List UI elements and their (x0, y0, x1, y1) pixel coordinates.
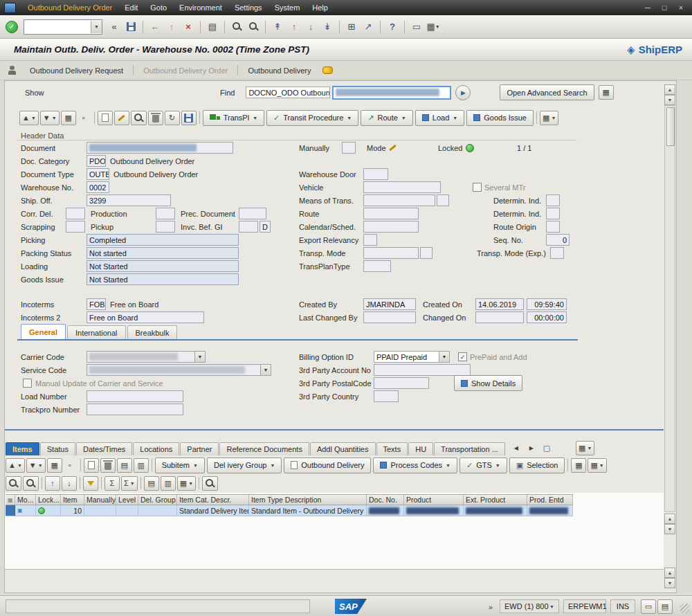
load-number-field[interactable] (86, 390, 183, 402)
show-details-button[interactable]: Show Details (454, 375, 522, 391)
items-grid-icon[interactable]: ▦ (571, 458, 586, 473)
cancel-icon[interactable]: × (181, 19, 196, 35)
print-icon[interactable]: ▤ (205, 19, 220, 35)
bottom-scroll-down-icon[interactable]: ▼ (664, 578, 675, 588)
column-del-group[interactable]: Del. Group (138, 495, 177, 505)
process-codes-button[interactable]: Process Codes▼ (373, 458, 457, 473)
delivery-group-button[interactable]: Del ivery Group▼ (207, 458, 282, 473)
column-lock[interactable]: Lock... (36, 495, 61, 505)
table-row[interactable]: ▣ 10 Standard Delivery Item Standard Ite… (6, 505, 573, 516)
subitem-button[interactable]: Subitem▼ (155, 458, 205, 473)
tab-locations[interactable]: Locations (133, 442, 179, 455)
invc-bef-gi-field[interactable] (239, 221, 258, 233)
nav-outbound-delivery-request[interactable]: Outbound Delivery Request (24, 64, 129, 78)
execute-search-button[interactable]: ▶ (455, 85, 471, 100)
transplantype-field[interactable] (363, 260, 391, 272)
means-of-trans-field[interactable] (363, 194, 435, 206)
new-session-icon[interactable]: ⊞ (344, 19, 359, 35)
determin-ind-field[interactable] (546, 194, 560, 206)
carrier-code-select[interactable]: ▼ (86, 351, 206, 363)
select-all-header[interactable]: ▦ (6, 495, 15, 505)
tab-scroll-right-icon[interactable]: ▶ (524, 441, 539, 455)
insert-mode-field[interactable]: INS (610, 599, 635, 613)
page-up-icon[interactable]: ↑ (286, 19, 302, 35)
collapse-header-icon[interactable]: ▼▼ (40, 111, 60, 125)
menu-help[interactable]: Help (306, 2, 334, 13)
items-scroll-up-icon[interactable]: ▲ (664, 514, 675, 524)
warehouse-door-field[interactable] (363, 168, 388, 180)
layout-menu-icon[interactable]: ▦▼ (426, 19, 441, 35)
outbound-delivery-button[interactable]: Outbound Delivery (284, 458, 371, 473)
last-page-icon[interactable]: ↡ (320, 19, 335, 35)
find-icon[interactable] (229, 19, 244, 35)
nav-outbound-delivery[interactable]: Outbound Delivery (242, 64, 316, 78)
trackpro-number-field[interactable] (86, 404, 183, 415)
scroll-down-icon[interactable]: ▼ (664, 95, 675, 105)
column-item[interactable]: Item (61, 495, 84, 505)
menu-goto[interactable]: Goto (144, 2, 173, 13)
tab-international[interactable]: International (67, 325, 126, 339)
gts-button[interactable]: ✓GTS▼ (459, 458, 507, 473)
items-table-view-icon[interactable]: ▦ (47, 458, 62, 473)
party-country-field[interactable] (374, 390, 399, 402)
user-mode-icon[interactable] (7, 65, 17, 75)
copy-item-icon[interactable]: ▤ (117, 458, 132, 473)
paste-item-icon[interactable]: ▥ (134, 458, 149, 473)
column-item-type-description[interactable]: Item Type Description (249, 495, 367, 505)
document-type-field[interactable]: OUTB (86, 168, 109, 180)
chevron-down-icon[interactable]: ▼ (549, 604, 554, 609)
save-icon[interactable] (123, 19, 138, 35)
find-field-select[interactable]: DOCNO_ODO Outbound... ▼ (246, 87, 330, 98)
tab-items[interactable]: Items (6, 442, 39, 455)
chevron-down-icon[interactable]: ▼ (260, 365, 271, 375)
highlight-icon[interactable] (322, 66, 333, 74)
minimize-icon[interactable]: ─ (644, 3, 652, 12)
display-icon[interactable] (131, 111, 147, 125)
chevron-down-icon[interactable]: ▼ (91, 21, 102, 33)
service-code-select[interactable]: ▼ (86, 364, 271, 376)
detail-view-icon[interactable] (202, 476, 218, 491)
toggle-icon[interactable]: ▫ (76, 111, 91, 125)
calendar-sched-field[interactable] (363, 221, 419, 233)
tab-partner[interactable]: Partner (180, 442, 219, 455)
enter-icon[interactable]: ✓ (4, 19, 19, 35)
route-field[interactable] (363, 208, 419, 219)
table-view-icon[interactable]: ▦ (61, 111, 76, 125)
tab-transportation[interactable]: Transportation ... (434, 442, 505, 455)
transp-mode-aux-field[interactable] (420, 247, 432, 259)
system-field[interactable]: EWD (1) 800 ▼ (500, 599, 559, 613)
create-shortcut-icon[interactable]: ↗ (361, 19, 376, 35)
party-account-field[interactable] (374, 364, 471, 376)
route-button[interactable]: ↗Route▼ (361, 110, 413, 126)
grid-layout-icon[interactable]: ▦▼ (177, 476, 196, 491)
status-session-icon[interactable]: ▭ (641, 599, 656, 614)
transpl-button[interactable]: TransPl▼ (203, 110, 264, 126)
grid-print-icon[interactable]: ▤ (144, 476, 159, 491)
grid-find-icon[interactable] (6, 476, 21, 491)
app-icon[interactable] (4, 3, 16, 13)
maximize-icon[interactable]: □ (660, 3, 668, 12)
tab-addl-quantities[interactable]: Addl Quantities (310, 442, 376, 455)
tab-dates-times[interactable]: Dates/Times (76, 442, 132, 455)
subtotal-icon[interactable]: Σ▼ (121, 476, 138, 491)
refresh-icon[interactable]: ↻ (165, 111, 180, 125)
full-screen-icon[interactable]: ▢ (539, 441, 554, 455)
first-page-icon[interactable]: ↟ (270, 19, 285, 35)
scroll-up-icon[interactable]: ▲ (664, 84, 675, 95)
open-advanced-search-button[interactable]: Open Advanced Search (500, 84, 594, 100)
items-scroll-down-icon[interactable]: ▼ (664, 524, 675, 534)
determin-ind2-field[interactable] (546, 208, 560, 219)
column-doc-no[interactable]: Doc. No. (367, 495, 404, 505)
seq-no-field[interactable]: 0 (546, 234, 570, 246)
goods-issue-button[interactable]: Goods Issue (466, 110, 534, 126)
column-prod-entd[interactable]: Prod. Entd (527, 495, 573, 505)
resize-grip[interactable] (680, 604, 690, 613)
tab-texts[interactable]: Texts (376, 442, 408, 455)
create-item-icon[interactable] (84, 458, 99, 473)
ship-off-field[interactable]: 3299 (86, 194, 171, 206)
menu-settings[interactable]: Settings (228, 2, 268, 13)
incoterms-field[interactable]: FOB (86, 298, 106, 310)
tab-breakbulk[interactable]: Breakbulk (127, 325, 178, 339)
column-item-cat-descr[interactable]: Item Cat. Descr. (177, 495, 249, 505)
invc-flag-field[interactable]: D (260, 221, 271, 233)
